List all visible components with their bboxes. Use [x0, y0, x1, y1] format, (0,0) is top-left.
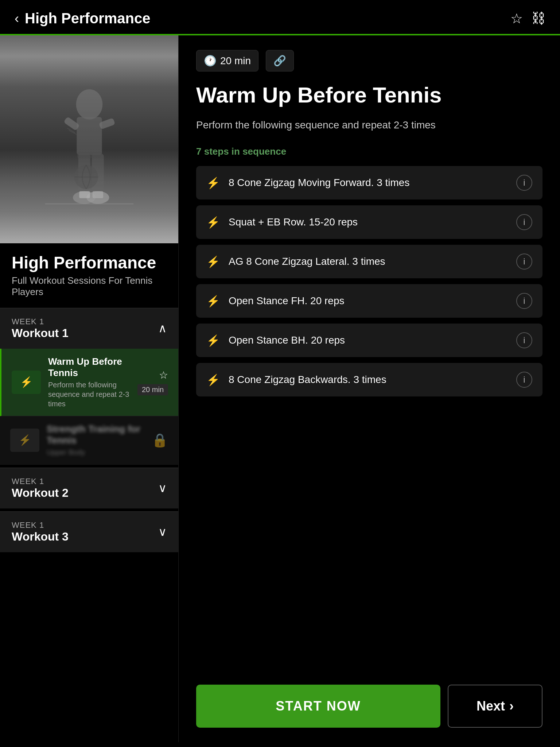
workout-item-thumb-0-0: ⚡	[12, 371, 41, 394]
bottom-buttons: START NOW Next ›	[196, 677, 542, 728]
workout-header-1[interactable]: WEEK 1 Workout 2 ∨	[0, 468, 178, 508]
week-label-2: WEEK 1	[12, 520, 69, 530]
bolt-icon-3: ⚡	[206, 295, 220, 307]
step-list: ⚡ 8 Cone Zigzag Moving Forward. 3 times …	[196, 166, 542, 666]
workout-item-right-0-0: ☆ 20 min	[137, 369, 168, 395]
workout-section-0: WEEK 1 Workout 1 ∧ ⚡ Warm Up Before Tenn…	[0, 308, 178, 465]
step-text-5: 8 Cone Zigzag Backwards. 3 times	[229, 373, 508, 386]
program-title: High Performance	[12, 253, 167, 272]
step-item-0[interactable]: ⚡ 8 Cone Zigzag Moving Forward. 3 times …	[196, 166, 542, 200]
lock-icon: 🔒	[152, 433, 168, 448]
step-text-4: Open Stance BH. 20 reps	[229, 334, 508, 347]
workout-header-0[interactable]: WEEK 1 Workout 1 ∧	[0, 308, 178, 349]
bolt-icon: ⚡	[20, 376, 33, 388]
image-background	[0, 35, 179, 243]
header-left: ‹ High Performance	[15, 10, 151, 27]
left-panel: High Performance Full Workout Sessions F…	[0, 35, 179, 742]
step-item-2[interactable]: ⚡ AG 8 Cone Zigzag Lateral. 3 times i	[196, 245, 542, 278]
info-icon-5[interactable]: i	[516, 372, 532, 388]
workout-item-0-0[interactable]: ⚡ Warm Up Before Tennis Perform the foll…	[0, 349, 178, 416]
bolt-icon-4: ⚡	[206, 334, 220, 347]
step-text-1: Squat + EB Row. 15-20 reps	[229, 216, 508, 229]
workout-section-1: WEEK 1 Workout 2 ∨	[0, 468, 178, 508]
workout-item-info-0-0: Warm Up Before Tennis Perform the follow…	[48, 356, 130, 409]
link-icon[interactable]: ⛓	[532, 11, 545, 27]
step-item-4[interactable]: ⚡ Open Stance BH. 20 reps i	[196, 324, 542, 357]
workout-item-name-0-0: Warm Up Before Tennis	[48, 356, 130, 379]
svg-line-5	[69, 130, 77, 134]
svg-point-0	[76, 89, 103, 120]
workout-item-thumb-0-1: ⚡	[10, 429, 39, 452]
step-text-2: AG 8 Cone Zigzag Lateral. 3 times	[229, 255, 508, 268]
workout-item-info-0-1: Strength Training for Tennis Upper Body	[47, 423, 144, 457]
chevron-0: ∧	[158, 321, 167, 335]
right-panel: 🕐 20 min 🔗 Warm Up Before Tennis Perform…	[179, 35, 560, 742]
header-right: ☆ ⛓	[510, 11, 545, 27]
bolt-icon-2: ⚡	[206, 255, 220, 268]
chevron-1: ∨	[158, 481, 167, 495]
link-badge[interactable]: 🔗	[266, 50, 294, 71]
workout-item-desc-0-0: Perform the following sequence and repea…	[48, 380, 130, 409]
week-label-0: WEEK 1	[12, 317, 69, 326]
header-title: High Performance	[25, 10, 151, 27]
duration-text: 20 min	[220, 55, 251, 67]
next-label: Next	[477, 698, 505, 714]
workout-header-left-0: WEEK 1 Workout 1	[12, 317, 69, 340]
next-button[interactable]: Next ›	[448, 685, 542, 728]
bolt-icon: ⚡	[19, 434, 31, 446]
workout-item-desc-0-1: Upper Body	[47, 448, 144, 457]
workout-name-2: Workout 3	[12, 530, 69, 543]
clock-icon: 🕐	[204, 55, 217, 67]
workout-sections: WEEK 1 Workout 1 ∧ ⚡ Warm Up Before Tenn…	[0, 308, 178, 552]
workout-item-right-0-1: 🔒	[152, 433, 168, 448]
svg-rect-14	[93, 191, 103, 198]
step-item-1[interactable]: ⚡ Squat + EB Row. 15-20 reps i	[196, 205, 542, 239]
start-now-button[interactable]: START NOW	[196, 685, 440, 728]
bolt-icon-1: ⚡	[206, 216, 220, 229]
workout-item-0-1[interactable]: ⚡ Strength Training for Tennis Upper Bod…	[0, 416, 178, 465]
step-item-5[interactable]: ⚡ 8 Cone Zigzag Backwards. 3 times i	[196, 363, 542, 396]
workout-name-1: Workout 2	[12, 486, 69, 500]
step-text-0: 8 Cone Zigzag Moving Forward. 3 times	[229, 176, 508, 189]
workout-image	[0, 35, 179, 243]
meta-row: 🕐 20 min 🔗	[196, 50, 542, 71]
info-icon-2[interactable]: i	[516, 253, 532, 270]
star-icon[interactable]: ☆	[510, 11, 523, 27]
info-icon-1[interactable]: i	[516, 214, 532, 230]
workout-items-0: ⚡ Warm Up Before Tennis Perform the foll…	[0, 349, 178, 465]
workout-item-name-0-1: Strength Training for Tennis	[47, 423, 144, 446]
main-layout: High Performance Full Workout Sessions F…	[0, 35, 560, 742]
step-text-3: Open Stance FH. 20 reps	[229, 294, 508, 307]
bolt-icon-0: ⚡	[206, 177, 220, 189]
svg-rect-13	[79, 191, 90, 198]
workout-header-left-2: WEEK 1 Workout 3	[12, 520, 69, 543]
duration-badge: 🕐 20 min	[196, 50, 258, 71]
workout-header-left-1: WEEK 1 Workout 2	[12, 477, 69, 500]
svg-rect-1	[77, 117, 102, 155]
bolt-icon-5: ⚡	[206, 374, 220, 386]
workout-section-2: WEEK 1 Workout 3 ∨	[0, 511, 178, 552]
info-icon-4[interactable]: i	[516, 332, 532, 348]
next-arrow: ›	[509, 698, 514, 714]
steps-label: 7 steps in sequence	[196, 146, 542, 157]
exercise-title: Warm Up Before Tennis	[196, 83, 542, 107]
favorite-icon-0-0[interactable]: ☆	[159, 369, 168, 381]
program-info: High Performance Full Workout Sessions F…	[0, 243, 178, 305]
back-button[interactable]: ‹	[15, 11, 19, 26]
workout-name-0: Workout 1	[12, 326, 69, 340]
chevron-2: ∨	[158, 525, 167, 539]
header: ‹ High Performance ☆ ⛓	[0, 0, 560, 34]
step-item-3[interactable]: ⚡ Open Stance FH. 20 reps i	[196, 284, 542, 318]
program-subtitle: Full Workout Sessions For Tennis Players	[12, 275, 167, 298]
info-icon-0[interactable]: i	[516, 175, 532, 191]
duration-badge-0-0: 20 min	[137, 384, 168, 395]
exercise-description: Perform the following sequence and repea…	[196, 117, 542, 133]
workout-header-2[interactable]: WEEK 1 Workout 3 ∨	[0, 512, 178, 552]
svg-rect-12	[77, 152, 101, 158]
week-label-1: WEEK 1	[12, 477, 69, 486]
info-icon-3[interactable]: i	[516, 293, 532, 309]
